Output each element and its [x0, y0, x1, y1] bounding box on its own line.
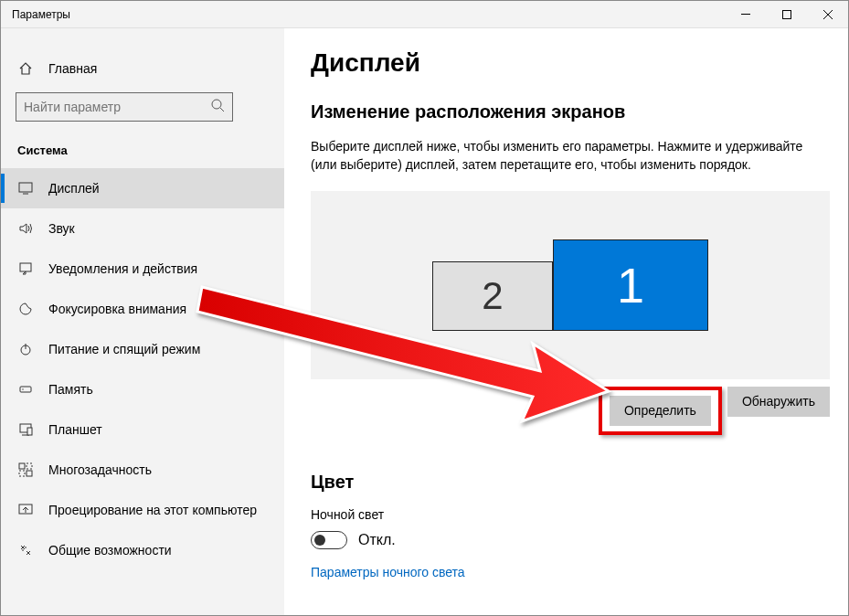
- content-area: Дисплей Изменение расположения экранов В…: [284, 28, 848, 615]
- display-icon: [17, 180, 34, 196]
- minimize-button[interactable]: [725, 1, 766, 28]
- projecting-icon: [17, 502, 34, 518]
- svg-rect-11: [27, 463, 32, 469]
- svg-point-7: [22, 388, 23, 389]
- home-link[interactable]: Главная: [1, 48, 284, 89]
- svg-rect-3: [19, 183, 32, 192]
- sidebar-item-label: Память: [48, 382, 93, 397]
- page-title: Дисплей: [311, 48, 830, 78]
- identify-button[interactable]: Определить: [610, 396, 711, 426]
- sidebar-item-label: Уведомления и действия: [48, 261, 197, 276]
- arrange-description: Выберите дисплей ниже, чтобы изменить ег…: [311, 137, 830, 175]
- power-icon: [17, 341, 34, 357]
- multitasking-icon: [17, 462, 34, 478]
- sidebar-item-multitasking[interactable]: Многозадачность: [1, 450, 284, 490]
- home-label: Главная: [48, 61, 97, 76]
- sidebar-item-label: Фокусировка внимания: [48, 302, 186, 316]
- sound-icon: [17, 220, 34, 237]
- search-field[interactable]: [24, 100, 210, 114]
- svg-rect-13: [27, 471, 32, 476]
- svg-rect-10: [19, 463, 25, 469]
- monitor-1[interactable]: 1: [553, 239, 708, 331]
- color-title: Цвет: [311, 472, 830, 493]
- focus-icon: [17, 301, 34, 317]
- search-icon: [210, 98, 225, 116]
- toggle-state-label: Откл.: [358, 532, 396, 548]
- highlight-annotation: Определить: [599, 387, 722, 435]
- titlebar: Параметры: [1, 1, 848, 28]
- sidebar-item-label: Звук: [48, 221, 75, 236]
- sidebar: Главная Система Дисплей Звук Уведомления…: [1, 28, 284, 615]
- close-button[interactable]: [807, 1, 848, 28]
- sidebar-item-tablet[interactable]: Планшет: [1, 409, 284, 450]
- svg-rect-6: [20, 387, 31, 392]
- svg-rect-0: [741, 14, 750, 15]
- home-icon: [17, 60, 34, 77]
- tablet-icon: [17, 421, 34, 438]
- sidebar-item-label: Общие возможности: [48, 543, 172, 558]
- sidebar-item-storage[interactable]: Память: [1, 369, 284, 409]
- sidebar-item-shared[interactable]: Общие возможности: [1, 530, 284, 570]
- sidebar-item-label: Дисплей: [48, 181, 100, 196]
- display-arrangement-area[interactable]: 2 1: [311, 191, 830, 379]
- sidebar-item-label: Многозадачность: [48, 462, 152, 477]
- search-input[interactable]: [16, 92, 233, 122]
- night-light-label: Ночной свет: [311, 507, 830, 522]
- night-light-settings-link[interactable]: Параметры ночного света: [311, 565, 465, 579]
- monitor-2[interactable]: 2: [432, 261, 553, 331]
- sidebar-item-power[interactable]: Питание и спящий режим: [1, 329, 284, 369]
- notifications-icon: [17, 260, 34, 277]
- night-light-toggle[interactable]: [311, 531, 347, 549]
- svg-rect-9: [27, 428, 32, 435]
- sidebar-item-display[interactable]: Дисплей: [1, 168, 284, 208]
- svg-point-2: [212, 100, 221, 109]
- sidebar-item-projecting[interactable]: Проецирование на этот компьютер: [1, 490, 284, 530]
- svg-rect-1: [782, 10, 791, 18]
- sidebar-item-notifications[interactable]: Уведомления и действия: [1, 249, 284, 289]
- section-header: Система: [1, 125, 284, 168]
- arrange-title: Изменение расположения экранов: [311, 101, 830, 122]
- sidebar-item-label: Питание и спящий режим: [48, 342, 200, 356]
- shared-icon: [17, 542, 34, 558]
- window-title: Параметры: [12, 8, 70, 21]
- maximize-button[interactable]: [766, 1, 807, 28]
- storage-icon: [17, 381, 34, 398]
- sidebar-item-focus[interactable]: Фокусировка внимания: [1, 289, 284, 329]
- toggle-knob: [314, 535, 325, 546]
- svg-rect-12: [19, 471, 25, 476]
- sidebar-item-label: Планшет: [48, 422, 102, 437]
- sidebar-item-sound[interactable]: Звук: [1, 208, 284, 249]
- sidebar-item-label: Проецирование на этот компьютер: [48, 503, 257, 517]
- svg-rect-4: [20, 263, 31, 271]
- detect-button[interactable]: Обнаружить: [727, 387, 830, 417]
